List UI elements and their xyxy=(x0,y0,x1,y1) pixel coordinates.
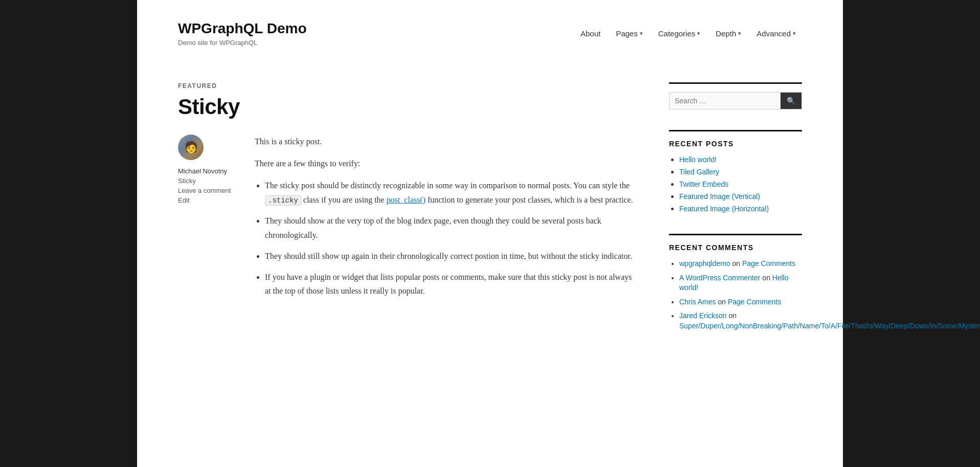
nav-item-about[interactable]: About xyxy=(574,25,607,42)
post-title: Sticky xyxy=(178,95,638,119)
search-widget: 🔍 xyxy=(669,82,802,109)
main-content: FEATURED Sticky 🧑 Michael Novotny Sticky… xyxy=(178,82,638,352)
list-item: Featured Image (Horizontal) xyxy=(679,204,802,213)
list-item: wpgraphqldemo on Page Comments xyxy=(679,259,802,269)
search-input[interactable] xyxy=(670,93,781,109)
recent-comments-title: RECENT COMMENTS xyxy=(669,243,802,252)
recent-post-link[interactable]: Tiled Gallery xyxy=(679,168,719,176)
comment-post-link[interactable]: Page Comments xyxy=(728,298,781,306)
site-title[interactable]: WPGraphQL Demo xyxy=(178,20,307,36)
post-class-link[interactable]: post_class() xyxy=(386,195,425,204)
search-form: 🔍 xyxy=(669,92,802,109)
recent-comments-widget: RECENT COMMENTS wpgraphqldemo on Page Co… xyxy=(669,234,802,331)
comment-on: on xyxy=(718,298,727,306)
comment-on: on xyxy=(732,259,742,268)
chevron-down-icon: ▾ xyxy=(793,30,796,37)
comment-author-link[interactable]: wpgraphqldemo xyxy=(679,259,730,268)
post-bullet-list: The sticky post should be distinctly rec… xyxy=(265,179,638,298)
list-item: Jared Erickson on Super/Duper/Long/NonBr… xyxy=(679,311,802,331)
site-branding: WPGraphQL Demo Demo site for WPGraphQL xyxy=(178,20,307,47)
code-sticky: .sticky xyxy=(265,195,301,206)
recent-post-link[interactable]: Twitter Embeds xyxy=(679,180,728,188)
site-nav: About Pages ▾ Categories ▾ Depth ▾ Advan… xyxy=(574,25,802,42)
nav-item-depth[interactable]: Depth ▾ xyxy=(709,25,747,42)
site-header: WPGraphQL Demo Demo site for WPGraphQL A… xyxy=(137,0,843,62)
featured-label: FEATURED xyxy=(178,82,638,90)
search-button[interactable]: 🔍 xyxy=(781,93,801,109)
recent-post-link[interactable]: Featured Image (Horizontal) xyxy=(679,205,769,213)
divider xyxy=(669,234,802,235)
divider xyxy=(669,82,802,84)
comment-author-link[interactable]: A WordPress Commenter xyxy=(679,274,760,282)
chevron-down-icon: ▾ xyxy=(697,30,700,37)
comment-on: on xyxy=(762,274,772,282)
meta-category: Sticky xyxy=(178,177,239,185)
nav-item-pages[interactable]: Pages ▾ xyxy=(610,25,649,42)
post-body: This is a sticky post. There are a few t… xyxy=(255,135,638,305)
recent-post-link[interactable]: Hello world! xyxy=(679,155,717,164)
comment-post-link[interactable]: Page Comments xyxy=(742,259,795,268)
list-item: Tiled Gallery xyxy=(679,167,802,176)
nav-item-advanced[interactable]: Advanced ▾ xyxy=(750,25,802,42)
recent-posts-widget: RECENT POSTS Hello world! Tiled Gallery … xyxy=(669,130,802,213)
post-meta: 🧑 Michael Novotny Sticky Leave a comment… xyxy=(178,135,239,305)
chevron-down-icon: ▾ xyxy=(640,30,643,37)
comment-on: on xyxy=(728,312,737,320)
avatar: 🧑 xyxy=(178,135,204,160)
recent-posts-list: Hello world! Tiled Gallery Twitter Embed… xyxy=(669,155,802,213)
recent-posts-title: RECENT POSTS xyxy=(669,140,802,148)
post-paragraph-2: There are a few things to verify: xyxy=(255,157,638,170)
list-item: A WordPress Commenter on Hello world! xyxy=(679,273,802,293)
comment-author-link[interactable]: Jared Erickson xyxy=(679,312,727,320)
edit-link[interactable]: Edit xyxy=(178,196,239,204)
comment-author-link[interactable]: Chris Ames xyxy=(679,298,716,306)
recent-comments-list: wpgraphqldemo on Page Comments A WordPre… xyxy=(669,259,802,331)
list-item: Featured Image (Vertical) xyxy=(679,192,802,201)
post-paragraph-1: This is a sticky post. xyxy=(255,135,638,148)
list-item: Twitter Embeds xyxy=(679,180,802,189)
content-area: FEATURED Sticky 🧑 Michael Novotny Sticky… xyxy=(137,62,843,352)
list-item: They should still show up again in their… xyxy=(265,249,638,263)
list-item: They should show at the very top of the … xyxy=(265,214,638,241)
meta-author: Michael Novotny xyxy=(178,167,239,175)
recent-post-link[interactable]: Featured Image (Vertical) xyxy=(679,192,760,201)
comment-post-link[interactable]: Super/Duper/Long/NonBreaking/Path/Name/T… xyxy=(679,322,980,330)
post-layout: 🧑 Michael Novotny Sticky Leave a comment… xyxy=(178,135,638,305)
list-item: The sticky post should be distinctly rec… xyxy=(265,179,638,207)
list-item: Hello world! xyxy=(679,155,802,164)
sidebar: 🔍 RECENT POSTS Hello world! Tiled Galler… xyxy=(669,82,802,352)
divider xyxy=(669,130,802,131)
nav-item-categories[interactable]: Categories ▾ xyxy=(652,25,707,42)
list-item: If you have a plugin or widget that list… xyxy=(265,270,638,298)
chevron-down-icon: ▾ xyxy=(738,30,741,37)
list-item: Chris Ames on Page Comments xyxy=(679,297,802,307)
leave-comment-link[interactable]: Leave a comment xyxy=(178,187,239,194)
site-description: Demo site for WPGraphQL xyxy=(178,39,307,47)
